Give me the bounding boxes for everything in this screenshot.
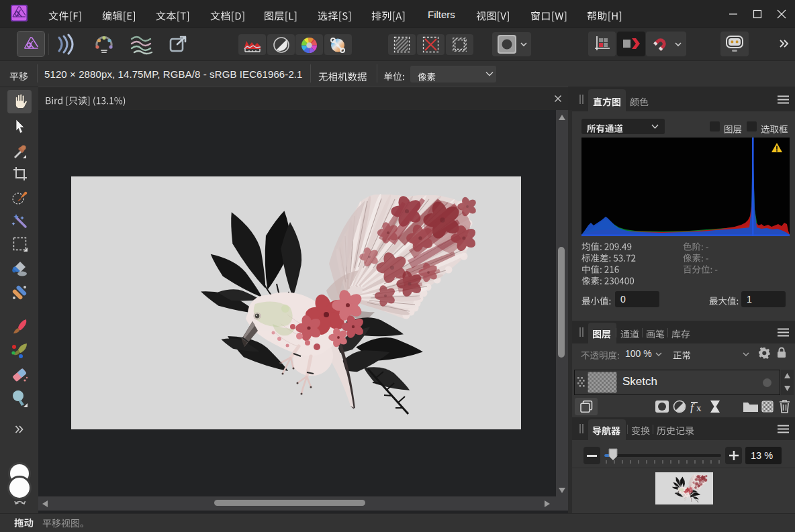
svg-text:x: x — [696, 403, 702, 413]
